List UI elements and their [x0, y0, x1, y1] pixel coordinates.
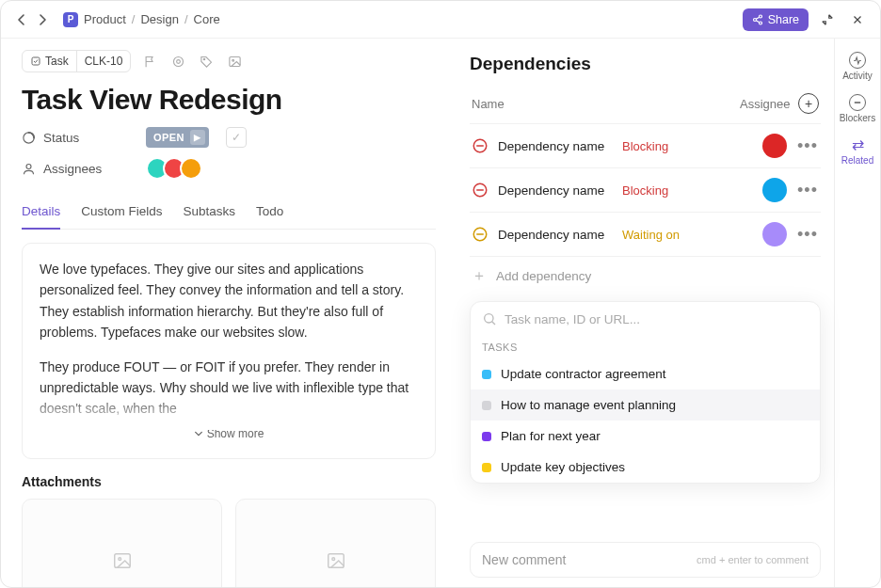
- row-more-button[interactable]: •••: [796, 181, 819, 200]
- add-dependency-label: Add dependency: [496, 269, 591, 283]
- svg-rect-18: [476, 189, 484, 191]
- tab-details[interactable]: Details: [22, 197, 60, 230]
- comment-placeholder: New comment: [482, 552, 566, 567]
- status-icon: [22, 131, 36, 145]
- task-option-label: Update key objectives: [501, 460, 625, 474]
- flag-icon[interactable]: [140, 52, 159, 71]
- svg-rect-11: [114, 554, 130, 568]
- svg-point-12: [118, 558, 120, 561]
- close-icon[interactable]: [846, 8, 869, 31]
- tab-todo[interactable]: Todo: [256, 197, 283, 229]
- collapse-icon[interactable]: [816, 8, 839, 31]
- breadcrumb[interactable]: P Product / Design / Core: [63, 12, 220, 27]
- breadcrumb-item[interactable]: Core: [194, 12, 220, 26]
- task-option[interactable]: Update contractor agreement: [471, 358, 820, 389]
- avatar[interactable]: [762, 134, 787, 158]
- svg-rect-7: [230, 56, 240, 66]
- task-type-label: Task: [45, 55, 69, 68]
- svg-point-0: [759, 15, 761, 18]
- assignee-avatars[interactable]: [146, 157, 202, 180]
- column-assignee: Assignee: [740, 97, 798, 111]
- task-option-label: Plan for next year: [501, 429, 601, 443]
- blockers-icon: [849, 94, 866, 111]
- description-box: We love typefaces. They give our sites a…: [22, 243, 436, 459]
- attachment-placeholder[interactable]: [235, 499, 436, 587]
- nav-back-button[interactable]: [12, 10, 31, 29]
- column-name: Name: [472, 97, 740, 111]
- comment-input[interactable]: New comment cmd + enter to comment: [470, 542, 821, 578]
- tab-subtasks[interactable]: Subtasks: [184, 197, 236, 229]
- svg-point-21: [485, 314, 493, 323]
- page-title: Task View Redesign: [22, 84, 436, 116]
- status-label: Status: [43, 131, 79, 145]
- dependencies-heading: Dependencies: [470, 54, 821, 74]
- dependency-row[interactable]: Dependency nameBlocking•••: [470, 123, 821, 167]
- target-icon[interactable]: [168, 52, 187, 71]
- dependency-status: Waiting on: [622, 228, 753, 242]
- task-color-swatch: [482, 370, 491, 379]
- dependency-status: Blocking: [622, 139, 753, 153]
- add-column-button[interactable]: +: [798, 93, 819, 114]
- dependency-name: Dependency name: [498, 228, 613, 242]
- avatar[interactable]: [762, 178, 787, 202]
- assignees-label: Assignees: [43, 162, 102, 176]
- svg-rect-13: [328, 554, 344, 568]
- svg-point-4: [173, 56, 183, 66]
- dependency-row[interactable]: Dependency nameWaiting on•••: [470, 212, 821, 256]
- share-button[interactable]: Share: [743, 8, 809, 31]
- tab-custom-fields[interactable]: Custom Fields: [81, 197, 162, 229]
- avatar[interactable]: [762, 222, 787, 246]
- nav-forward-button[interactable]: [33, 10, 52, 29]
- share-label: Share: [768, 13, 799, 26]
- task-color-swatch: [482, 463, 491, 472]
- avatar[interactable]: [180, 157, 202, 180]
- image-icon[interactable]: [225, 52, 244, 71]
- svg-point-14: [331, 558, 334, 561]
- status-advance-icon[interactable]: ▶: [190, 130, 205, 145]
- comment-hint: cmd + enter to comment: [697, 554, 809, 565]
- task-option-label: Update contractor agreement: [501, 367, 666, 381]
- rail-related[interactable]: ⇄ Related: [841, 136, 873, 166]
- activity-icon: [849, 52, 866, 69]
- svg-point-2: [759, 22, 761, 24]
- task-color-swatch: [482, 432, 491, 441]
- breadcrumb-item[interactable]: Product: [84, 12, 126, 26]
- related-icon: ⇄: [849, 136, 866, 153]
- row-more-button[interactable]: •••: [796, 225, 819, 245]
- dependency-row[interactable]: Dependency nameBlocking•••: [470, 167, 821, 212]
- dependency-search-dropdown: TASKS Update contractor agreementHow to …: [470, 301, 821, 484]
- task-option-label: How to manage event planning: [501, 398, 676, 412]
- description-text: We love typefaces. They give our sites a…: [40, 259, 418, 343]
- task-option[interactable]: Update key objectives: [471, 452, 820, 483]
- task-option[interactable]: Plan for next year: [471, 421, 820, 452]
- svg-point-10: [26, 164, 31, 168]
- add-dependency-button[interactable]: ＋ Add dependency: [470, 256, 821, 295]
- row-more-button[interactable]: •••: [796, 136, 819, 156]
- svg-rect-16: [476, 145, 484, 147]
- status-value: OPEN: [153, 132, 184, 143]
- dependency-name: Dependency name: [498, 183, 613, 198]
- search-icon: [482, 311, 497, 326]
- attachment-placeholder[interactable]: [22, 499, 222, 587]
- task-option[interactable]: How to manage event planning: [471, 389, 820, 421]
- svg-point-8: [232, 59, 234, 61]
- task-color-swatch: [482, 401, 491, 410]
- person-icon: [22, 162, 36, 176]
- svg-rect-20: [476, 233, 484, 235]
- plus-icon: ＋: [472, 266, 487, 286]
- complete-checkbox[interactable]: ✓: [226, 127, 247, 148]
- task-id-chip[interactable]: Task CLK-10: [22, 50, 131, 72]
- project-icon: P: [63, 12, 78, 27]
- breadcrumb-item[interactable]: Design: [140, 12, 178, 26]
- svg-point-5: [177, 59, 181, 63]
- dependency-status: Blocking: [622, 183, 753, 198]
- dependency-name: Dependency name: [498, 139, 613, 153]
- tag-icon[interactable]: [197, 52, 216, 71]
- rail-blockers[interactable]: Blockers: [840, 94, 875, 123]
- dependency-status-icon: [472, 137, 489, 154]
- tabs: Details Custom Fields Subtasks Todo: [22, 197, 436, 230]
- status-chip[interactable]: OPEN ▶: [146, 127, 209, 148]
- rail-activity[interactable]: Activity: [842, 52, 873, 81]
- dependency-search-input[interactable]: [505, 312, 809, 326]
- svg-rect-22: [855, 102, 860, 103]
